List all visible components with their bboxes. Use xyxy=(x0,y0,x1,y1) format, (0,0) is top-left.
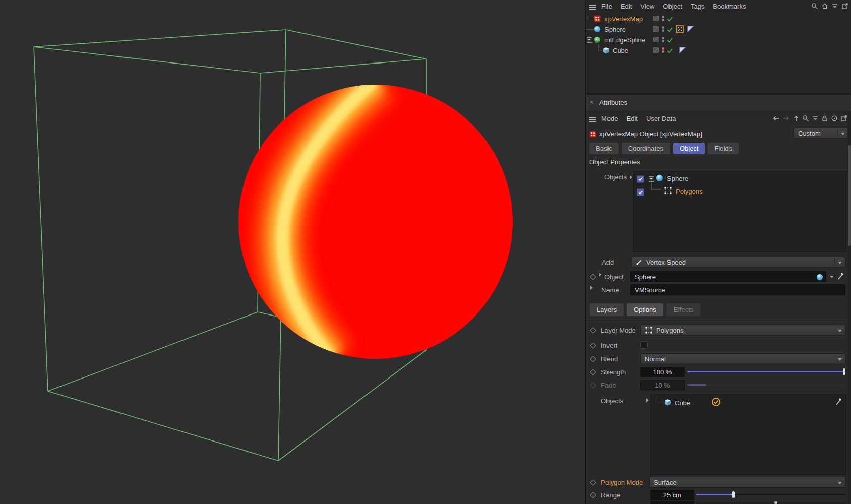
om-menu-object[interactable]: Object xyxy=(663,3,682,10)
lock-icon[interactable] xyxy=(821,115,828,122)
keyframe-diamond[interactable] xyxy=(590,479,596,486)
layer-swatch[interactable] xyxy=(653,37,659,42)
blend-dropdown[interactable]: Normal xyxy=(640,353,845,364)
enabled-check-icon[interactable] xyxy=(666,16,673,22)
panel-menu-icon[interactable] xyxy=(589,116,596,121)
tab-coordinates[interactable]: Coordinates xyxy=(622,143,670,154)
strength-slider-fill xyxy=(687,371,844,372)
polygon-mode-dropdown[interactable]: Surface xyxy=(649,477,845,488)
next-row-field-sliver xyxy=(650,501,694,504)
om-row-cube[interactable]: Cube xyxy=(586,45,851,55)
layer-mode-dropdown[interactable]: Polygons xyxy=(640,325,845,336)
object-name[interactable]: mtEdgeSpline xyxy=(604,36,645,44)
keyframe-diamond[interactable] xyxy=(590,327,596,334)
keyframe-diamond[interactable] xyxy=(590,356,596,362)
vertexmap-tag-icon[interactable] xyxy=(687,25,694,33)
om-menu-view[interactable]: View xyxy=(640,3,654,10)
tree-item-polygons[interactable]: Polygons xyxy=(676,187,702,195)
visibility-dots[interactable] xyxy=(662,46,665,54)
layer-swatch[interactable] xyxy=(653,16,659,21)
om-row-sphere[interactable]: Sphere xyxy=(586,24,851,34)
om-row-xpvertexmap[interactable]: xpVertexMap xyxy=(586,14,851,24)
subtab-effects[interactable]: Effects xyxy=(666,303,701,316)
cinema4d-window: File Edit View Object Tags Bookmarks xyxy=(0,0,851,504)
om-menu-bookmarks[interactable]: Bookmarks xyxy=(713,3,746,10)
enabled-check-icon[interactable] xyxy=(666,37,673,43)
keyframe-diamond[interactable] xyxy=(590,274,596,280)
tab-basic[interactable]: Basic xyxy=(589,143,619,154)
chevron-right-icon[interactable] xyxy=(646,398,649,402)
list-item-cube[interactable]: Cube xyxy=(675,399,690,407)
eyedropper-icon[interactable] xyxy=(837,271,845,281)
up-arrow-icon[interactable] xyxy=(793,115,800,122)
invert-checkbox[interactable] xyxy=(640,341,648,349)
chevron-right-icon[interactable] xyxy=(630,175,632,179)
collapse-expander[interactable] xyxy=(649,176,654,182)
home-icon[interactable] xyxy=(821,3,828,10)
forward-arrow-icon[interactable] xyxy=(782,115,790,122)
collapse-expander[interactable] xyxy=(587,37,592,43)
attr-menu-edit[interactable]: Edit xyxy=(627,115,638,122)
om-menu-tags[interactable]: Tags xyxy=(691,3,704,10)
subtab-layers[interactable]: Layers xyxy=(590,303,624,316)
name-field[interactable]: VMSource xyxy=(630,284,845,295)
range-slider-knob[interactable] xyxy=(732,491,735,498)
sphere-enable-checkbox[interactable] xyxy=(637,175,644,183)
search-icon[interactable] xyxy=(811,3,818,10)
visibility-dots[interactable] xyxy=(662,15,665,23)
panel-menu-icon[interactable] xyxy=(589,4,596,9)
popout-panel-icon[interactable] xyxy=(840,115,847,122)
filter-icon[interactable] xyxy=(831,3,838,10)
expand-chevron-icon[interactable] xyxy=(590,286,593,290)
object-link-label: Object xyxy=(604,273,624,281)
layer-swatch[interactable] xyxy=(653,26,659,32)
strength-value-field[interactable]: 100 % xyxy=(640,367,685,377)
strength-slider-knob[interactable] xyxy=(843,368,845,375)
attributes-header: × Attributes xyxy=(586,95,851,111)
om-menu-file[interactable]: File xyxy=(601,3,612,10)
keyframe-diamond[interactable] xyxy=(590,342,596,349)
tab-fields[interactable]: Fields xyxy=(708,143,739,154)
tab-object[interactable]: Object xyxy=(673,143,705,154)
visibility-dots[interactable] xyxy=(662,36,665,44)
object-name[interactable]: Cube xyxy=(613,47,628,54)
range-value-field[interactable]: 25 cm xyxy=(650,490,694,500)
om-row-mtedgespline[interactable]: mtEdgeSpline xyxy=(586,35,851,45)
scrollbar-track[interactable] xyxy=(847,111,851,504)
popout-panel-icon[interactable] xyxy=(841,3,848,10)
expand-chevron-icon[interactable] xyxy=(599,273,601,277)
object-name[interactable]: xpVertexMap xyxy=(604,15,643,23)
enabled-check-icon[interactable] xyxy=(666,26,673,33)
viewport-3d[interactable] xyxy=(0,0,585,504)
vertexmap-tag-icon[interactable] xyxy=(679,46,686,54)
attr-menu-userdata[interactable]: User Data xyxy=(646,115,676,122)
object-link-field[interactable]: Sphere xyxy=(630,271,826,282)
visibility-dots[interactable] xyxy=(662,25,665,33)
subtab-options[interactable]: Options xyxy=(627,303,663,316)
close-tab-icon[interactable]: × xyxy=(590,99,593,106)
keyframe-diamond[interactable] xyxy=(590,492,596,498)
target-icon[interactable] xyxy=(831,115,838,122)
add-dropdown[interactable]: Vertex Speed xyxy=(631,257,845,268)
preset-dropdown[interactable]: Custom xyxy=(794,128,848,139)
sphere-object-icon xyxy=(594,26,601,33)
enabled-check-icon[interactable] xyxy=(666,47,673,54)
panel-title: Attributes xyxy=(599,99,627,106)
enabled-circle-check-icon[interactable] xyxy=(711,397,721,407)
objects-list-box[interactable]: Cube xyxy=(650,394,846,475)
chevron-down-icon[interactable] xyxy=(830,276,834,278)
tree-item-sphere[interactable]: Sphere xyxy=(667,175,688,182)
back-arrow-icon[interactable] xyxy=(772,115,780,122)
objects-source-tree[interactable]: Sphere Polygons xyxy=(633,171,846,252)
layer-swatch[interactable] xyxy=(653,47,659,53)
polygons-enable-checkbox[interactable] xyxy=(637,188,644,196)
scrollbar-thumb[interactable] xyxy=(848,145,851,246)
keyframe-diamond[interactable] xyxy=(590,369,596,375)
object-name[interactable]: Sphere xyxy=(604,26,626,33)
om-menu-edit[interactable]: Edit xyxy=(621,3,632,10)
attr-menu-mode[interactable]: Mode xyxy=(601,115,618,122)
eyedropper-icon[interactable] xyxy=(835,397,843,407)
filter-icon[interactable] xyxy=(812,115,819,122)
selection-tag-icon[interactable] xyxy=(676,25,684,33)
search-icon[interactable] xyxy=(802,115,809,122)
